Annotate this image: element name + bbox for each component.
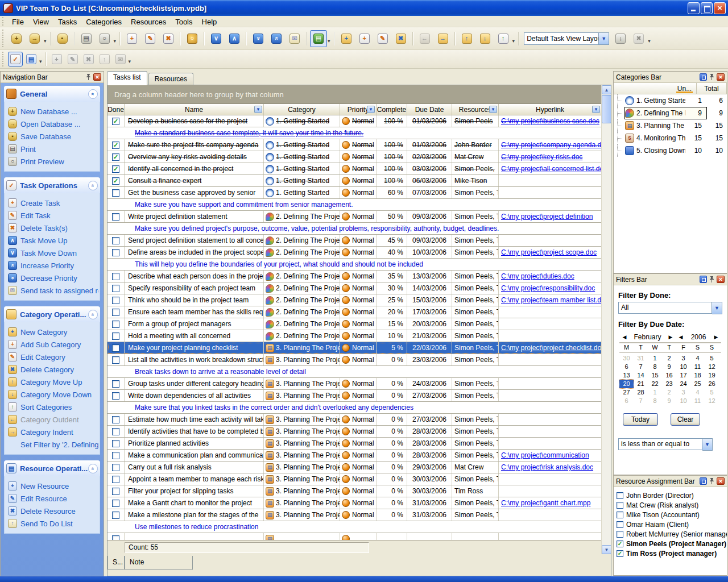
- column-header-resources[interactable]: Resources▼: [452, 104, 499, 115]
- calendar-day[interactable]: 12: [705, 397, 719, 405]
- nav-group-header[interactable]: Task Operations«: [4, 177, 100, 193]
- calendar-day[interactable]: 3: [676, 354, 690, 363]
- resource-checkbox[interactable]: [617, 492, 623, 499]
- restore-button[interactable]: [701, 2, 713, 14]
- filter-arrow-icon[interactable]: ▼: [254, 106, 262, 113]
- table-row[interactable]: Form a group of project managers2. Defin…: [107, 318, 602, 330]
- collapse-chevron-icon[interactable]: «: [88, 310, 98, 319]
- nav-group-header[interactable]: Category Operati...«: [4, 306, 100, 322]
- column-header-unread[interactable]: Un...: [673, 83, 697, 94]
- calendar-day[interactable]: 19: [705, 371, 719, 380]
- done-checkbox[interactable]: [112, 356, 119, 364]
- hyperlink[interactable]: C:\my project\project scope.doc: [501, 248, 597, 256]
- hyperlink[interactable]: C:\my project\key risks.doc: [501, 153, 582, 161]
- done-checkbox[interactable]: [112, 321, 119, 328]
- task-note-row[interactable]: Break tasks down to arrive at a reasonab…: [107, 366, 602, 378]
- print-preview-button[interactable]: [96, 30, 113, 47]
- sidebar-item-set-filter-by-category[interactable]: Set Filter by '2. Defining T...: [8, 438, 98, 451]
- menu-view[interactable]: View: [28, 17, 53, 27]
- next-month-icon[interactable]: ▶: [665, 334, 676, 340]
- sidebar-item-category-outdent[interactable]: Category Outdent: [8, 413, 98, 426]
- delete-resource-button[interactable]: [81, 52, 96, 66]
- prev-year-icon[interactable]: ◀: [676, 334, 686, 340]
- done-checkbox[interactable]: [112, 344, 119, 352]
- category-item[interactable]: 5. Closing Down1010: [614, 144, 727, 157]
- send-special-button[interactable]: [113, 52, 128, 66]
- resource-checkbox[interactable]: [617, 512, 623, 518]
- sidebar-item-save-database[interactable]: Save Database: [8, 130, 98, 143]
- calendar-day[interactable]: 20: [619, 380, 634, 388]
- calendar-day[interactable]: 12: [705, 363, 719, 371]
- table-row[interactable]: ✓Make sure the project fits company agen…: [107, 139, 602, 151]
- vertical-scrollbar[interactable]: ▲ ▼: [601, 85, 611, 554]
- hyperlink[interactable]: C:\my project\all concerned list.doc: [501, 165, 602, 173]
- calendar-day[interactable]: 5: [705, 388, 719, 397]
- table-row[interactable]: Write down dependencies of all activitie…: [107, 390, 602, 402]
- chevron-down-icon[interactable]: ▼: [599, 32, 609, 45]
- dropdown-caret[interactable]: ▾: [114, 34, 118, 44]
- sidebar-item-new-resource[interactable]: New Resource: [8, 480, 98, 492]
- sidebar-item-task-move-down[interactable]: Task Move Down: [8, 247, 98, 259]
- clear-button[interactable]: Clear: [671, 413, 700, 426]
- table-row[interactable]: Appoint a team member to manage each ris…: [107, 473, 602, 485]
- close-icon[interactable]: ✕: [717, 477, 725, 485]
- calendar-day[interactable]: 22: [648, 380, 662, 388]
- float-icon[interactable]: [700, 73, 707, 81]
- chevron-down-icon[interactable]: ▼: [702, 438, 713, 451]
- due-date-condition-select[interactable]: is less than or equal to ▼: [618, 438, 713, 451]
- calendar-day[interactable]: 25: [690, 380, 705, 388]
- close-icon[interactable]: ✕: [717, 73, 725, 81]
- calendar-day[interactable]: 18: [690, 371, 705, 380]
- calendar-day[interactable]: 1: [648, 354, 662, 363]
- tab-resources[interactable]: Resources: [148, 73, 193, 85]
- resource-checkbox[interactable]: [617, 502, 623, 509]
- close-button[interactable]: ✕: [714, 2, 726, 14]
- calendar-day[interactable]: 30: [619, 354, 634, 363]
- minimize-button[interactable]: [688, 2, 700, 14]
- done-checkbox[interactable]: ✓: [112, 153, 119, 161]
- sidebar-item-edit-category[interactable]: Edit Category: [8, 351, 98, 363]
- done-checkbox[interactable]: [112, 249, 119, 256]
- category-item[interactable]: 1. Getting Started16: [614, 94, 727, 107]
- calendar-day[interactable]: 14: [634, 371, 648, 380]
- done-checkbox[interactable]: [112, 273, 119, 280]
- calendar-day[interactable]: 6: [619, 397, 634, 405]
- table-row[interactable]: Ensure each team member has the skills r…: [107, 306, 602, 318]
- filter-arrow-icon[interactable]: ▼: [489, 106, 497, 113]
- save-database-button[interactable]: [54, 30, 71, 47]
- done-checkbox[interactable]: ✓: [112, 165, 119, 173]
- done-checkbox[interactable]: [112, 488, 119, 495]
- calendar-day[interactable]: 26: [705, 380, 719, 388]
- hyperlink[interactable]: C:\my project\project definition: [501, 213, 593, 221]
- delete-layout-button[interactable]: [630, 30, 647, 47]
- new-resource-button[interactable]: [49, 52, 64, 66]
- task-note-row[interactable]: Use milestones to reduce procrastination: [107, 521, 602, 533]
- resource-checkbox[interactable]: ✓: [617, 541, 623, 547]
- sidebar-item-create-task[interactable]: Create Task: [8, 197, 98, 209]
- hyperlink[interactable]: C:\my project\project checklist.doc: [501, 344, 602, 352]
- sidebar-item-task-move-up[interactable]: Task Move Up: [8, 234, 98, 247]
- pin-icon[interactable]: [709, 478, 715, 484]
- category-move-down-button[interactable]: [477, 30, 494, 47]
- find-tasks-button[interactable]: [184, 30, 201, 47]
- category-indent-button[interactable]: [435, 30, 452, 47]
- table-row[interactable]: Filter your project for slipping tasks3.…: [107, 485, 602, 497]
- task-note-row[interactable]: Make sure that you linked tasks in the c…: [107, 402, 602, 414]
- menu-tasks[interactable]: Tasks: [53, 17, 81, 27]
- sidebar-item-edit-task[interactable]: Edit Task: [8, 209, 98, 222]
- resources-view-button[interactable]: [24, 52, 39, 66]
- dropdown-caret[interactable]: ▾: [512, 34, 516, 44]
- delete-task-button[interactable]: [160, 30, 177, 47]
- menu-file[interactable]: File: [7, 17, 28, 27]
- sidebar-item-category-indent[interactable]: Category Indent: [8, 426, 98, 438]
- column-header-priority[interactable]: Priority▼: [340, 104, 377, 115]
- dropdown-caret[interactable]: ▾: [39, 54, 43, 64]
- create-task-button[interactable]: [123, 30, 140, 47]
- prev-month-icon[interactable]: ◀: [619, 334, 630, 340]
- sidebar-item-add-sub-category[interactable]: Add Sub Category: [8, 338, 98, 351]
- increase-priority-button[interactable]: [268, 30, 285, 47]
- done-checkbox[interactable]: [112, 285, 119, 292]
- done-checkbox[interactable]: [112, 440, 119, 447]
- calendar-day[interactable]: 15: [648, 371, 662, 380]
- done-checkbox[interactable]: ✓: [112, 177, 119, 185]
